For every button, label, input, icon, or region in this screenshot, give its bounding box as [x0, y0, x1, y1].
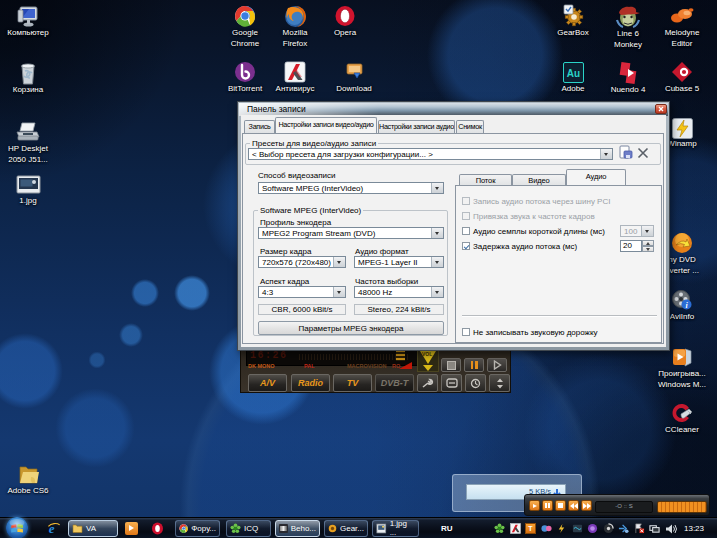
- svg-text:Au: Au: [566, 67, 579, 78]
